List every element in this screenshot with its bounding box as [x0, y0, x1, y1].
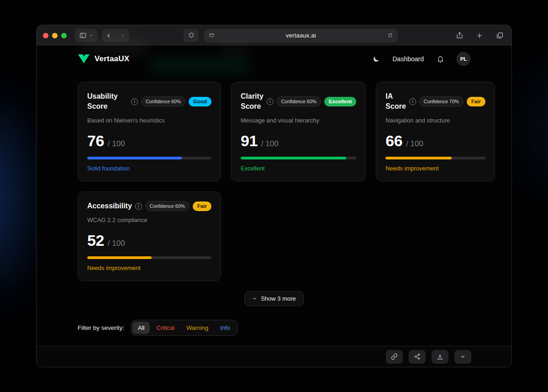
card-title: Accessibility — [87, 201, 132, 211]
score-max-label: / 100 — [108, 239, 125, 248]
confidence-badge: Confidence 60% — [145, 201, 190, 211]
progress-track — [87, 256, 211, 259]
chevron-down-icon — [252, 296, 257, 301]
filter-option-warning[interactable]: Warning — [181, 322, 214, 334]
sidebar-icon — [79, 32, 87, 39]
url-text[interactable]: vertaaux.ai — [215, 32, 387, 39]
status-badge: Fair — [467, 97, 485, 106]
score-row: 76 / 100 — [87, 131, 211, 150]
confidence-badge: Confidence 60% — [141, 96, 185, 106]
close-window-button[interactable] — [43, 33, 48, 38]
card-subtitle: WCAG 2.2 compliance — [87, 217, 211, 223]
user-avatar[interactable]: PL — [457, 52, 470, 66]
score-row: 52 / 100 — [87, 231, 211, 250]
card-title: IA Score — [385, 91, 406, 111]
card-status-text: Excellent — [241, 165, 356, 172]
info-icon[interactable]: i — [409, 98, 416, 105]
score-value: 66 — [385, 131, 402, 150]
progress-fill — [385, 157, 451, 159]
show-more-button[interactable]: Show 3 more — [244, 291, 304, 306]
confidence-badge: Confidence 60% — [277, 96, 321, 106]
dark-mode-icon[interactable] — [371, 53, 382, 64]
history-nav — [102, 29, 129, 42]
info-icon[interactable]: i — [131, 98, 138, 105]
dashboard-content: Usability Score i Confidence 60% Good Ba… — [37, 72, 511, 346]
status-badge: Good — [189, 97, 211, 106]
card-subtitle: Navigation and structure — [385, 117, 485, 124]
brand-name: VertaaUX — [95, 54, 129, 64]
show-more-wrap: Show 3 more — [78, 291, 470, 306]
nav-dashboard-link[interactable]: Dashboard — [393, 55, 424, 63]
filter-option-critical[interactable]: Critical — [151, 322, 180, 334]
reload-icon[interactable] — [387, 32, 393, 38]
address-bar[interactable]: vertaaux.ai — [204, 29, 398, 42]
copy-link-button[interactable] — [386, 350, 403, 364]
browser-window: vertaaux.ai — [37, 25, 511, 367]
status-badge: Fair — [193, 201, 211, 211]
status-badge: Excellent — [324, 97, 357, 106]
brand[interactable]: VertaaUX — [78, 54, 129, 64]
card-status-text: Needs improvement — [385, 165, 485, 172]
card-status-text: Solid foundation — [87, 165, 211, 172]
confidence-badge: Confidence 70% — [419, 96, 464, 106]
card-title: Usability Score — [87, 91, 128, 111]
card-header: Accessibility i Confidence 60% Fair — [87, 201, 211, 211]
score-card: IA Score i Confidence 70% Fair Navigatio… — [376, 82, 495, 181]
back-button[interactable] — [102, 29, 116, 42]
score-row: 91 / 100 — [241, 131, 356, 150]
minimize-window-button[interactable] — [52, 33, 58, 38]
card-title: Clarity Score — [241, 91, 263, 111]
score-max-label: / 100 — [108, 139, 125, 148]
score-value: 76 — [87, 131, 104, 150]
card-header: IA Score i Confidence 70% Fair — [385, 91, 485, 111]
tabs-overview-icon[interactable] — [494, 30, 505, 41]
score-value: 52 — [87, 231, 104, 250]
score-max-label: / 100 — [261, 139, 279, 148]
share-nodes-button[interactable] — [409, 350, 426, 364]
titlebar-center: vertaaux.ai — [134, 29, 448, 42]
page-icon[interactable] — [209, 32, 215, 38]
new-tab-icon[interactable] — [474, 30, 485, 41]
traffic-lights — [43, 33, 67, 38]
filter-label: Filter by severity: — [78, 324, 124, 331]
score-cards: Usability Score i Confidence 60% Good Ba… — [78, 82, 470, 281]
progress-track — [241, 157, 356, 159]
progress-track — [87, 157, 211, 159]
more-actions-chevron-button[interactable] — [454, 350, 471, 364]
progress-fill — [241, 157, 346, 159]
share-icon[interactable] — [454, 30, 465, 41]
privacy-shield-button[interactable] — [184, 29, 199, 42]
score-card: Accessibility i Confidence 60% Fair WCAG… — [78, 191, 221, 281]
info-icon[interactable]: i — [267, 98, 274, 105]
web-page: VertaaUX Dashboard PL Usability Score i … — [37, 46, 511, 346]
window-footer — [37, 346, 511, 367]
filter-row: Filter by severity: AllCriticalWarningIn… — [78, 320, 470, 336]
card-subtitle: Message and visual hierarchy — [241, 117, 356, 124]
card-subtitle: Based on Nielsen's heuristics — [87, 117, 211, 124]
filter-option-all[interactable]: All — [132, 322, 150, 334]
card-header: Usability Score i Confidence 60% Good — [87, 91, 211, 111]
notifications-bell-icon[interactable] — [435, 53, 446, 64]
sidebar-toggle-button[interactable] — [75, 29, 97, 42]
zoom-window-button[interactable] — [61, 33, 67, 38]
score-max-label: / 100 — [406, 139, 423, 148]
info-icon[interactable]: i — [135, 203, 142, 210]
show-more-label: Show 3 more — [261, 295, 296, 302]
download-button[interactable] — [432, 350, 448, 364]
severity-filter: AllCriticalWarningInfo — [131, 320, 237, 336]
site-header: VertaaUX Dashboard PL — [37, 46, 511, 72]
filter-option-info[interactable]: Info — [215, 322, 236, 334]
score-value: 91 — [241, 131, 258, 150]
chevron-down-icon — [89, 33, 93, 37]
header-actions: Dashboard PL — [371, 52, 471, 66]
card-status-text: Needs improvement — [87, 265, 211, 271]
titlebar-actions — [454, 30, 505, 41]
browser-titlebar: vertaaux.ai — [37, 25, 511, 46]
progress-track — [385, 157, 485, 159]
score-row: 66 / 100 — [385, 131, 485, 150]
progress-fill — [87, 157, 182, 159]
card-header: Clarity Score i Confidence 60% Excellent — [241, 91, 356, 111]
brand-logo-icon — [78, 54, 90, 64]
forward-button[interactable] — [116, 29, 129, 42]
progress-fill — [87, 256, 152, 259]
